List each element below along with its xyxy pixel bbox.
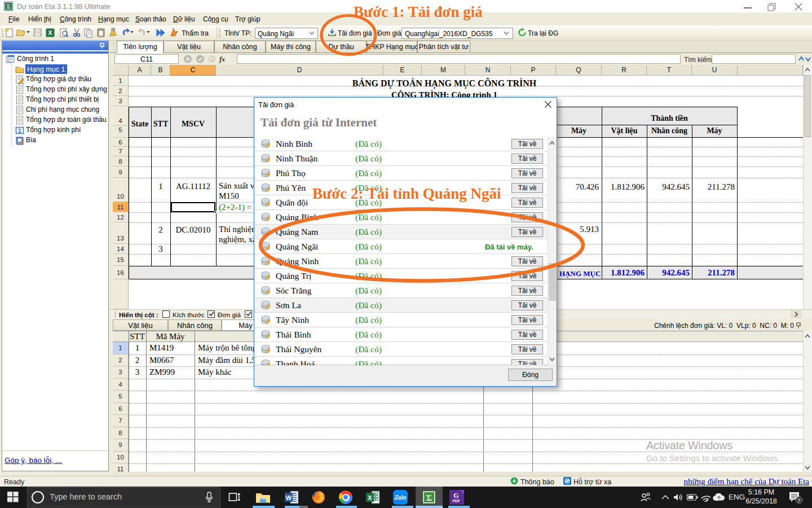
svg-text:Σ: Σ [6, 3, 10, 10]
svg-text:Σ: Σ [18, 128, 21, 134]
svg-text:7: 7 [797, 497, 800, 503]
svg-text:fx: fx [219, 55, 225, 63]
svg-text:X: X [368, 494, 372, 501]
svg-text:X: X [48, 29, 52, 36]
svg-text:PDF: PDF [453, 499, 460, 503]
svg-text:Σ: Σ [426, 493, 432, 502]
svg-text:W: W [286, 494, 292, 501]
svg-text:G: G [453, 492, 458, 500]
